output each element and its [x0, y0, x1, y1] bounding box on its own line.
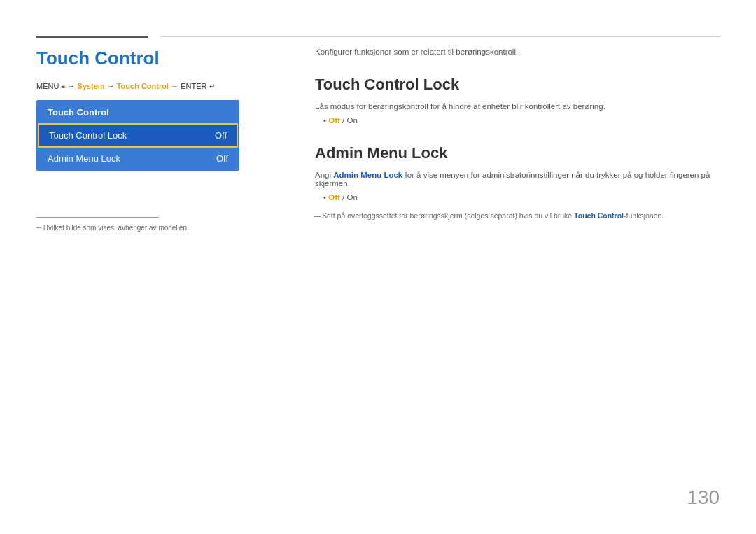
page-title: Touch Control	[36, 48, 288, 69]
menu-item-touch-control-lock-label: Touch Control Lock	[49, 130, 127, 141]
section-touch-control-lock: Touch Control Lock Lås modus for berørin…	[315, 76, 720, 125]
menu-system: System	[77, 82, 104, 90]
menu-touch-control: Touch Control	[117, 82, 169, 90]
menu-base: MENU ≡	[36, 82, 65, 90]
intro-text: Konfigurer funksjoner som er relatert ti…	[315, 48, 720, 56]
section-title-admin-menu-lock: Admin Menu Lock	[315, 144, 720, 162]
top-line-right	[161, 36, 720, 37]
menu-arrow3: →	[171, 82, 181, 90]
menu-box: Touch Control Touch Control Lock Off Adm…	[36, 100, 239, 171]
option-on-2: On	[346, 193, 357, 202]
top-line-left	[36, 36, 148, 38]
menu-item-admin-menu-lock-label: Admin Menu Lock	[48, 153, 120, 164]
option-off-1: Off	[328, 116, 340, 125]
option-separator-2: /	[340, 193, 347, 202]
desc-highlight-admin: Admin Menu Lock	[333, 171, 402, 179]
menu-item-admin-menu-lock-value: Off	[216, 153, 228, 164]
menu-path: MENU ≡ → System → Touch Control → ENTER …	[36, 82, 288, 90]
menu-item-touch-control-lock-value: Off	[215, 130, 227, 141]
right-panel: Konfigurer funksjoner som er relatert ti…	[315, 48, 720, 239]
bullet-touch-control-lock-options: Off / On	[323, 116, 720, 125]
menu-item-touch-control-lock[interactable]: Touch Control Lock Off	[38, 123, 238, 148]
note-end: -funksjonen.	[624, 211, 664, 220]
bullet-admin-menu-lock-options: Off / On	[323, 193, 720, 202]
section-admin-menu-lock: Admin Menu Lock Angi Admin Menu Lock for…	[315, 144, 720, 220]
menu-arrow1: →	[67, 82, 77, 90]
section-desc-admin-menu-lock: Angi Admin Menu Lock for å vise menyen f…	[315, 171, 720, 188]
option-off-2: Off	[328, 193, 340, 202]
page-number: 130	[687, 486, 720, 509]
option-separator-1: /	[340, 116, 347, 125]
left-panel: Touch Control MENU ≡ → System → Touch Co…	[36, 48, 288, 171]
desc-before: Angi	[315, 171, 333, 179]
menu-item-admin-menu-lock[interactable]: Admin Menu Lock Off	[38, 148, 238, 169]
footnote: ─ Hvilket bilde som vises, avhenger av m…	[36, 224, 189, 232]
section-desc-touch-control-lock: Lås modus for berøringskontroll for å hi…	[315, 102, 720, 111]
menu-enter: ENTER ↵	[181, 82, 214, 90]
section-title-touch-control-lock: Touch Control Lock	[315, 76, 720, 94]
menu-box-header: Touch Control	[38, 101, 238, 123]
note-line: Sett på overleggssettet for berøringsskj…	[315, 211, 720, 220]
note-text: Sett på overleggssettet for berøringsskj…	[322, 211, 574, 220]
option-on-1: On	[346, 116, 357, 125]
divider-line	[36, 217, 159, 218]
note-touch-control-link: Touch Control	[574, 211, 624, 220]
menu-arrow2: →	[107, 82, 117, 90]
